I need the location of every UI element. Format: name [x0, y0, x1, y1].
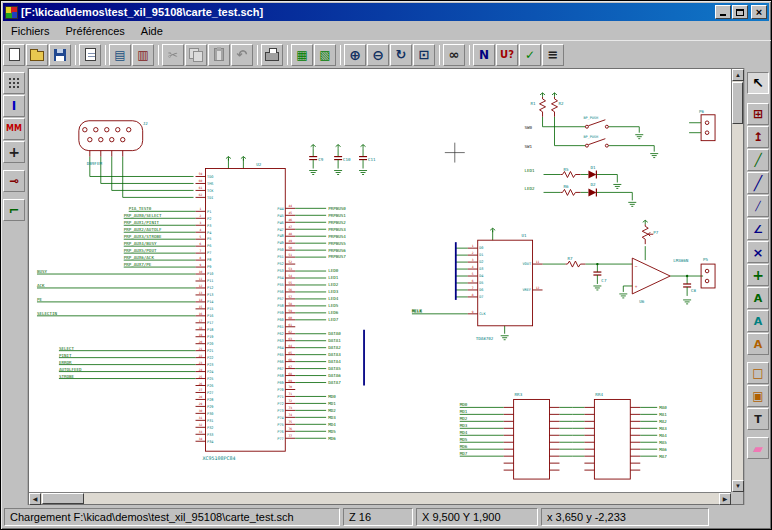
save-schematic-button[interactable] — [49, 44, 71, 66]
place-power-port-button[interactable]: ↥ — [747, 126, 769, 148]
place-net-label-button[interactable]: A — [747, 287, 769, 309]
scroll-right-button[interactable]: ▶ — [719, 493, 731, 505]
svg-text:P22: P22 — [207, 356, 213, 360]
svg-text:P33: P33 — [207, 433, 213, 437]
svg-text:MA6: MA6 — [659, 447, 667, 452]
zoom-out-button[interactable]: ⊖ — [367, 44, 389, 66]
wire-to-bus-entry-button[interactable]: ╱ — [747, 195, 769, 217]
print-button[interactable] — [261, 44, 283, 66]
svg-text:SELECTIN: SELECTIN — [37, 311, 58, 316]
place-text-button[interactable]: T — [747, 408, 769, 430]
open-schematic-button[interactable] — [26, 44, 48, 66]
svg-text:68: 68 — [288, 372, 292, 376]
svg-text:23: 23 — [199, 361, 203, 365]
cursor-shape-button[interactable]: + — [3, 141, 25, 163]
svg-text:P74: P74 — [277, 416, 283, 420]
svg-text:U1: U1 — [522, 233, 528, 238]
bom-button[interactable]: ≡ — [542, 44, 564, 66]
canvas-area: J2DB9FEMU2XC95108PC84U1TDA8702LM386NU6P7… — [28, 68, 744, 505]
svg-text:72: 72 — [288, 399, 292, 403]
zoom-in-button[interactable]: ⊕ — [344, 44, 366, 66]
erc-button[interactable]: ✓ — [519, 44, 541, 66]
minimize-button[interactable] — [715, 5, 731, 19]
hierarchy-navigator-button[interactable]: ▤ — [109, 44, 131, 66]
svg-text:P45: P45 — [277, 214, 283, 218]
units-mm-button[interactable]: MM — [3, 118, 25, 140]
scroll-down-button[interactable]: ▼ — [732, 480, 744, 492]
menu-fichiers[interactable]: Fichiers — [3, 23, 58, 39]
grid-toggle-button[interactable] — [3, 72, 25, 94]
find-button[interactable]: ∞ — [443, 44, 465, 66]
page-settings-button[interactable] — [79, 44, 101, 66]
svg-text:P23: P23 — [207, 363, 213, 367]
svg-text:SW1: SW1 — [525, 144, 533, 149]
svg-text:J2: J2 — [143, 121, 149, 126]
place-hierarchical-label-button[interactable]: A — [747, 333, 769, 355]
svg-text:11: 11 — [199, 277, 203, 281]
close-button[interactable]: × — [751, 5, 767, 19]
svg-text:P17: P17 — [207, 321, 213, 325]
cut-button[interactable]: ✂ — [162, 44, 184, 66]
svg-text:53: 53 — [288, 267, 292, 271]
menu-prfrences[interactable]: Préférences — [58, 23, 133, 39]
schematic-canvas[interactable]: J2DB9FEMU2XC95108PC84U1TDA8702LM386NU6P7… — [29, 69, 731, 492]
delete-items-icon: ▰ — [753, 442, 763, 455]
cut-icon: ✂ — [168, 49, 178, 61]
horizontal-scrollbar[interactable]: ◀ ▶ — [29, 492, 731, 504]
svg-text:6: 6 — [472, 279, 474, 283]
hv-wire-orientation-button[interactable]: ⌐ — [3, 199, 25, 221]
svg-text:D2: D2 — [479, 260, 483, 264]
run-pcbnew-button[interactable]: ▧ — [314, 44, 336, 66]
svg-text:P63: P63 — [277, 339, 283, 343]
place-sheet-pin-button[interactable]: ▣ — [747, 385, 769, 407]
svg-text:58: 58 — [288, 302, 292, 306]
menu-aide[interactable]: Aide — [133, 23, 171, 39]
scroll-up-button[interactable]: ▲ — [732, 69, 744, 81]
place-hierarchical-sheet-button[interactable]: □ — [747, 362, 769, 384]
horizontal-scroll-track[interactable] — [84, 493, 719, 504]
place-junction-button[interactable]: + — [747, 264, 769, 286]
new-schematic-button[interactable] — [3, 44, 25, 66]
delete-items-button[interactable]: ▰ — [747, 437, 769, 459]
svg-text:C8: C8 — [691, 288, 697, 293]
svg-text:30: 30 — [199, 409, 203, 413]
svg-text:PRPBUS0: PRPBUS0 — [328, 206, 346, 211]
svg-text:10: 10 — [199, 270, 203, 274]
undo-button[interactable]: ↶ — [231, 44, 253, 66]
vertical-scrollbar[interactable]: ▲ ▼ — [731, 69, 743, 492]
place-component-button[interactable]: ⊞ — [747, 103, 769, 125]
vertical-scroll-track[interactable] — [732, 124, 743, 480]
svg-text:21: 21 — [199, 347, 203, 351]
svg-text:8: 8 — [200, 256, 202, 260]
svg-text:TDI: TDI — [207, 196, 213, 200]
leave-sheet-button[interactable]: ▥ — [132, 44, 154, 66]
svg-text:MD2: MD2 — [460, 416, 468, 421]
units-inches-button[interactable]: I — [3, 95, 25, 117]
paste-button[interactable] — [208, 44, 230, 66]
no-connect-flag-button[interactable]: × — [747, 241, 769, 263]
restore-button[interactable] — [732, 5, 748, 19]
horizontal-scroll-thumb[interactable] — [42, 493, 84, 504]
annotate-button[interactable]: U? — [496, 44, 518, 66]
run-cvpcb-button[interactable]: ▦ — [291, 44, 313, 66]
svg-text:32: 32 — [199, 423, 203, 427]
svg-text:P53: P53 — [277, 269, 283, 273]
copy-button[interactable] — [185, 44, 207, 66]
status-zoom: Z 16 — [343, 508, 413, 526]
svg-text:60: 60 — [288, 316, 292, 320]
zoom-fit-button[interactable]: ⊡ — [413, 44, 435, 66]
hidden-pins-button[interactable]: ⊸ — [3, 170, 25, 192]
svg-text:P6: P6 — [699, 109, 705, 114]
place-global-label-button[interactable]: A — [747, 310, 769, 332]
zoom-redraw-button[interactable]: ↻ — [390, 44, 412, 66]
svg-text:MA1: MA1 — [659, 412, 667, 417]
cursor-button[interactable]: ↖ — [747, 72, 769, 94]
netlist-button[interactable]: N — [473, 44, 495, 66]
place-bus-button[interactable]: ╱ — [747, 172, 769, 194]
main-toolbar: ▤▥✂↶▦▧⊕⊖↻⊡∞NU?✓≡ — [1, 40, 771, 68]
vertical-scroll-thumb[interactable] — [732, 82, 743, 124]
place-wire-button[interactable]: ╱ — [747, 149, 769, 171]
scroll-left-button[interactable]: ◀ — [29, 493, 41, 505]
svg-text:TCK: TCK — [207, 189, 214, 193]
bus-to-bus-entry-button[interactable]: ∠ — [747, 218, 769, 240]
